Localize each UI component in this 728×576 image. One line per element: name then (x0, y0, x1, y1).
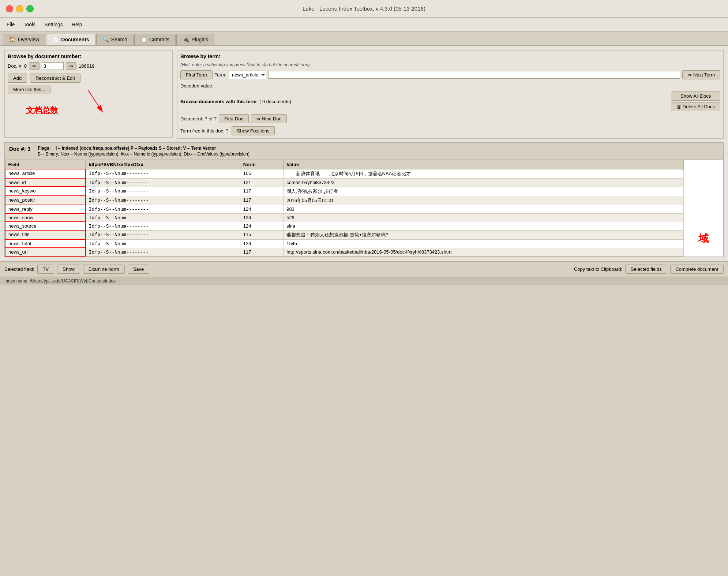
doc-max: 106619 (79, 63, 94, 69)
table-row[interactable]: news_sourceIdfp--S--Nnum--------124sina (5, 222, 684, 230)
norm-cell: 121 (240, 178, 283, 187)
value-cell: 2016年05月05日01:01 (284, 196, 684, 205)
term-label: Term: (215, 72, 227, 78)
tab-search[interactable]: 🔍 Search (96, 34, 134, 45)
flags-section: Flags: I – Indexed (docs,freqs,pos,offse… (38, 146, 249, 157)
close-button[interactable] (6, 5, 13, 12)
menu-file[interactable]: File (3, 20, 19, 29)
field-cell: news_source (5, 222, 86, 230)
menu-tools[interactable]: Tools (20, 20, 40, 29)
title-bar: Luke - Lucene Index Toolbox, v 4.3.0 (05… (0, 0, 728, 18)
norm-cell: 124 (240, 239, 283, 248)
table-row[interactable]: news_showIdfp--S--Nnum--------124529 (5, 213, 684, 222)
tab-overview-label: Overview (18, 37, 39, 42)
first-term-button[interactable]: First Term (180, 70, 213, 79)
menu-bar: File Tools Settings Help (0, 18, 728, 31)
browse-term-title: Browse by term: (180, 53, 720, 59)
browse-term-panel: Browse by term: (Hint: enter a substring… (177, 50, 724, 139)
document-label: Document: ? of ? (180, 116, 217, 121)
window-title: Luke - Lucene Index Toolbox, v 4.3.0 (05… (303, 5, 425, 12)
reconstruct-button[interactable]: Reconstruct & Edit (30, 74, 80, 83)
value-cell: sina (284, 222, 684, 230)
complete-doc-button[interactable]: Complete document (670, 265, 724, 274)
flags-cell: Idfp--S--Nnum-------- (86, 213, 240, 222)
field-annotation-container: 域 (684, 160, 723, 257)
table-row[interactable]: news_idIdfp--S--Nnum--------121comos-fxr… (5, 178, 684, 187)
first-doc-button[interactable]: First Doc (219, 114, 249, 123)
documents-icon: 📄 (52, 36, 59, 43)
table-row[interactable]: news_replyIdfp--S--Nnum--------124983 (5, 205, 684, 213)
value-cell: 新浪体育讯 北京时间5月5日，据著名NBA记者比才 (284, 169, 684, 178)
field-cell: news_article (5, 169, 86, 178)
norm-cell: 117 (240, 196, 283, 205)
overview-icon: 🏠 (9, 36, 16, 43)
selected-fields-button[interactable]: Selected fields (625, 265, 667, 274)
table-row[interactable]: news_urlIdfp--S--Nnum--------117http://s… (5, 248, 684, 256)
show-all-docs-button[interactable]: Show All Docs (671, 91, 720, 101)
doc-prev-button[interactable]: ⇐ (29, 62, 40, 70)
tab-documents[interactable]: 📄 Documents (46, 34, 95, 45)
save-button[interactable]: Save (128, 265, 150, 274)
trash-icon: 🗑 (676, 104, 681, 109)
top-panels: Browse by document number: Doc. #: 0 ⇐ ⇒… (4, 50, 724, 139)
delete-all-docs-button[interactable]: 🗑 Delete All Docs (671, 102, 720, 111)
table-row[interactable]: news_articleIdfp--S--Nnum--------105 新浪体… (5, 169, 684, 178)
examine-norm-button[interactable]: Examine norm (83, 265, 125, 274)
doc-num-label: Doc. #: 0 (8, 63, 27, 69)
tab-commits[interactable]: 📋 Commits (134, 34, 176, 45)
show-button[interactable]: Show (57, 265, 80, 274)
norm-cell: 105 (240, 169, 283, 178)
tab-overview[interactable]: 🏠 Overview (3, 34, 45, 45)
norm-cell: 124 (240, 213, 283, 222)
field-cell: news_posttir (5, 196, 86, 205)
bottom-bar: Selected field: TV Show Examine norm Sav… (0, 261, 728, 277)
data-table: Field IdfpoPSVBNtxx#txxDtxx Norm Value n… (5, 160, 684, 257)
flags-cell: Idfp--S--Nnum-------- (86, 230, 240, 239)
doc-next-button[interactable]: ⇒ (66, 62, 76, 70)
index-name: Index name: /Users/yp/...ode/UCASIR/WebC… (4, 278, 116, 284)
value-cell: comos-fxryhhi8373423 (284, 178, 684, 187)
tab-plugins[interactable]: 🔌 Plugins (176, 34, 214, 45)
col-value: Value (284, 160, 684, 169)
table-row[interactable]: news_titleIdfp--S--Nnum--------115谁都想追！聘… (5, 230, 684, 239)
more-like-button[interactable]: More like this... (8, 85, 50, 94)
tab-commits-label: Commits (149, 37, 169, 42)
add-button[interactable]: Add (8, 74, 27, 83)
maximize-button[interactable] (26, 5, 34, 12)
value-cell: 湖人,乔治,拉塞尔,步行者 (284, 187, 684, 196)
browse-doc-panel: Browse by document number: Doc. #: 0 ⇐ ⇒… (4, 50, 173, 138)
field-cell: news_id (5, 178, 86, 187)
table-and-annotation: Field IdfpoPSVBNtxx#txxDtxx Norm Value n… (5, 160, 723, 257)
field-cell: news_keywo (5, 187, 86, 196)
table-row[interactable]: news_keywoIdfp--S--Nnum--------117湖人,乔治,… (5, 187, 684, 196)
tab-documents-label: Documents (61, 37, 89, 42)
annotation-arrow (81, 87, 125, 120)
browse-docs-row: Browse documents with this term ( 0 docu… (180, 91, 720, 111)
doc-count: ( 0 documents) (259, 99, 291, 104)
minimize-button[interactable] (16, 5, 23, 12)
right-buttons: Show All Docs 🗑 Delete All Docs (671, 91, 720, 111)
next-term-button[interactable]: ⇒ Next Term (682, 70, 720, 79)
term-freq-row: Term freq in this doc: ? Show Positions (180, 126, 720, 135)
doc-number-row: Doc. #: 0 ⇐ ⇒ 106619 (8, 62, 169, 70)
term-field-select[interactable]: news_article (229, 71, 266, 79)
next-doc-button[interactable]: ⇒ Next Doc (251, 114, 287, 123)
flags-cell: Idfp--S--Nnum-------- (86, 205, 240, 213)
doc-number-input[interactable] (42, 62, 64, 70)
table-row[interactable]: news_posttirIdfp--S--Nnum--------1172016… (5, 196, 684, 205)
term-search-input[interactable] (269, 71, 680, 79)
table-row[interactable]: news_totalIdfp--S--Nnum--------1241545 (5, 239, 684, 248)
flags-cell: Idfp--S--Nnum-------- (86, 187, 240, 196)
action-buttons: Add Reconstruct & Edit (8, 74, 169, 83)
menu-help[interactable]: Help (68, 20, 86, 29)
selected-field-label: Selected field: (4, 266, 34, 272)
norm-cell: 115 (240, 230, 283, 239)
norm-cell: 117 (240, 248, 283, 256)
value-cell: 谁都想追！聘湖人还想换泡椒 首轮+拉塞尔够吗? (284, 230, 684, 239)
tv-button[interactable]: TV (37, 265, 55, 274)
show-positions-button[interactable]: Show Positions (232, 126, 275, 135)
value-cell: 529 (284, 213, 684, 222)
menu-settings[interactable]: Settings (41, 20, 67, 29)
field-cell: news_total (5, 239, 86, 248)
doc-table-wrapper: Doc #: 3 Flags: I – Indexed (docs,freqs,… (4, 142, 724, 257)
